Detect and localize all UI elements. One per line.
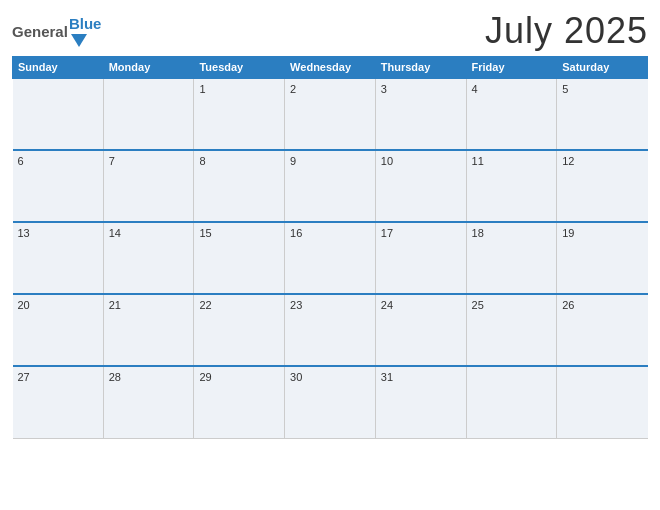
day-cell: 28: [103, 366, 194, 438]
header-thursday: Thursday: [375, 57, 466, 79]
header-tuesday: Tuesday: [194, 57, 285, 79]
day-cell: [13, 78, 104, 150]
day-cell: 21: [103, 294, 194, 366]
week-row-4: 20212223242526: [13, 294, 648, 366]
day-cell: 30: [285, 366, 376, 438]
day-cell: 12: [557, 150, 648, 222]
day-cell: [103, 78, 194, 150]
day-cell: 3: [375, 78, 466, 150]
week-row-1: 12345: [13, 78, 648, 150]
logo-general: General: [12, 23, 68, 40]
day-cell: 18: [466, 222, 557, 294]
header-saturday: Saturday: [557, 57, 648, 79]
day-cell: 24: [375, 294, 466, 366]
header-friday: Friday: [466, 57, 557, 79]
day-cell: 27: [13, 366, 104, 438]
day-cell: 13: [13, 222, 104, 294]
calendar-table: Sunday Monday Tuesday Wednesday Thursday…: [12, 56, 648, 439]
day-cell: [466, 366, 557, 438]
calendar-header: General Blue July 2025: [12, 10, 648, 52]
day-cell: 31: [375, 366, 466, 438]
day-cell: 15: [194, 222, 285, 294]
day-cell: 6: [13, 150, 104, 222]
day-header-row: Sunday Monday Tuesday Wednesday Thursday…: [13, 57, 648, 79]
logo-blue: Blue: [69, 15, 102, 32]
week-row-3: 13141516171819: [13, 222, 648, 294]
week-row-2: 6789101112: [13, 150, 648, 222]
day-cell: 1: [194, 78, 285, 150]
day-cell: 17: [375, 222, 466, 294]
day-cell: 19: [557, 222, 648, 294]
header-wednesday: Wednesday: [285, 57, 376, 79]
day-cell: 16: [285, 222, 376, 294]
day-cell: 7: [103, 150, 194, 222]
day-cell: 9: [285, 150, 376, 222]
day-cell: 8: [194, 150, 285, 222]
day-cell: 4: [466, 78, 557, 150]
day-cell: 11: [466, 150, 557, 222]
logo-triangle-icon: [71, 34, 87, 47]
day-cell: 23: [285, 294, 376, 366]
header-monday: Monday: [103, 57, 194, 79]
day-cell: 5: [557, 78, 648, 150]
day-cell: 10: [375, 150, 466, 222]
day-cell: 29: [194, 366, 285, 438]
day-cell: 22: [194, 294, 285, 366]
week-row-5: 2728293031: [13, 366, 648, 438]
day-cell: 2: [285, 78, 376, 150]
day-cell: 14: [103, 222, 194, 294]
month-title: July 2025: [485, 10, 648, 52]
logo: General Blue: [12, 15, 101, 47]
day-cell: 26: [557, 294, 648, 366]
day-cell: [557, 366, 648, 438]
calendar-container: General Blue July 2025 Sunday Monday Tue…: [0, 0, 660, 510]
header-sunday: Sunday: [13, 57, 104, 79]
day-cell: 25: [466, 294, 557, 366]
day-cell: 20: [13, 294, 104, 366]
